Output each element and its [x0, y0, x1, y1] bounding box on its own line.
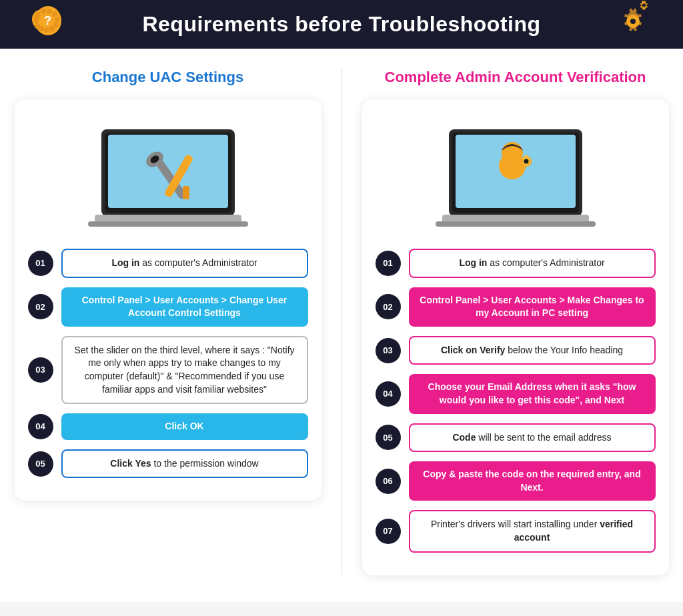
step-box: Control Panel > User Accounts > Make Cha…	[409, 287, 656, 327]
right-step-row: 02Control Panel > User Accounts > Make C…	[376, 287, 656, 327]
svg-rect-22	[88, 221, 248, 227]
right-column-title: Complete Admin Account Verification	[362, 69, 669, 86]
right-column: Complete Admin Account Verification	[362, 69, 669, 575]
step-number: 01	[28, 251, 53, 276]
header-title: Requirements before Troubleshooting	[142, 12, 540, 37]
header: ? Requirements before Troubleshooting	[0, 0, 683, 49]
step-box: Copy & paste the code on the required en…	[409, 461, 656, 501]
column-divider	[342, 69, 342, 575]
left-card: 01Log in as computer's Administrator02Co…	[15, 99, 321, 501]
step-number: 06	[376, 469, 401, 494]
right-laptop-area	[376, 113, 656, 233]
right-step-row: 06Copy & paste the code on the required …	[376, 461, 656, 501]
svg-point-8	[53, 22, 59, 27]
gear-icon	[613, 0, 656, 50]
svg-point-36	[524, 159, 528, 164]
step-number: 03	[376, 338, 401, 363]
step-box: Set the slider on the third level, where…	[61, 336, 308, 404]
step-box: Code will be sent to the email address	[409, 423, 656, 453]
step-box: Control Panel > User Accounts > Change U…	[61, 287, 308, 327]
svg-rect-32	[436, 221, 596, 227]
right-steps: 01Log in as computer's Administrator02Co…	[376, 249, 656, 553]
step-box: Click on Verify below the Your Info head…	[409, 336, 656, 365]
step-box: Click OK	[61, 413, 308, 440]
step-number: 07	[376, 519, 401, 544]
step-number: 03	[28, 357, 53, 383]
left-step-row: 01Log in as computer's Administrator	[28, 249, 308, 278]
right-card: 01Log in as computer's Administrator02Co…	[362, 99, 669, 575]
svg-point-11	[47, 9, 52, 14]
svg-point-5	[39, 26, 44, 31]
svg-point-6	[44, 27, 49, 33]
svg-point-3	[33, 18, 39, 23]
svg-point-10	[52, 11, 57, 17]
step-number: 04	[28, 414, 53, 439]
step-number: 01	[376, 251, 401, 276]
step-box: Choose your Email Address when it asks "…	[409, 374, 656, 413]
left-laptop-area	[28, 113, 308, 233]
svg-rect-27	[183, 186, 189, 199]
svg-point-9	[55, 17, 60, 22]
main-content: Change UAC Settings	[0, 49, 683, 602]
step-number: 02	[376, 294, 401, 319]
svg-point-16	[630, 19, 636, 24]
step-number: 02	[28, 294, 53, 319]
step-box: Log in as computer's Administrator	[409, 249, 656, 278]
step-number: 04	[376, 381, 401, 407]
left-steps: 01Log in as computer's Administrator02Co…	[28, 249, 308, 478]
right-step-row: 04Choose your Email Address when it asks…	[376, 374, 656, 413]
step-number: 05	[28, 451, 53, 477]
right-step-row: 07Printer's drivers will start installin…	[376, 510, 656, 552]
right-step-row: 03Click on Verify below the Your Info he…	[376, 336, 656, 365]
left-step-row: 02Control Panel > User Accounts > Change…	[28, 287, 308, 327]
right-step-row: 01Log in as computer's Administrator	[376, 249, 656, 278]
columns-container: Change UAC Settings	[13, 69, 670, 575]
svg-point-2	[34, 12, 41, 19]
svg-point-17	[642, 3, 646, 7]
left-step-row: 04Click OK	[28, 413, 308, 440]
left-step-row: 03Set the slider on the third level, whe…	[28, 336, 308, 404]
step-box: Click Yes to the permission window	[61, 449, 308, 479]
step-box: Printer's drivers will start installing …	[409, 510, 656, 552]
left-step-row: 05Click Yes to the permission window	[28, 449, 308, 479]
step-number: 05	[376, 425, 401, 450]
step-box: Log in as computer's Administrator	[61, 249, 308, 278]
svg-text:?: ?	[44, 14, 51, 27]
right-step-row: 05Code will be sent to the email address	[376, 423, 656, 453]
left-column-title: Change UAC Settings	[15, 69, 321, 86]
brain-icon: ?	[27, 1, 67, 49]
left-column: Change UAC Settings	[15, 69, 321, 575]
svg-point-12	[41, 9, 46, 14]
